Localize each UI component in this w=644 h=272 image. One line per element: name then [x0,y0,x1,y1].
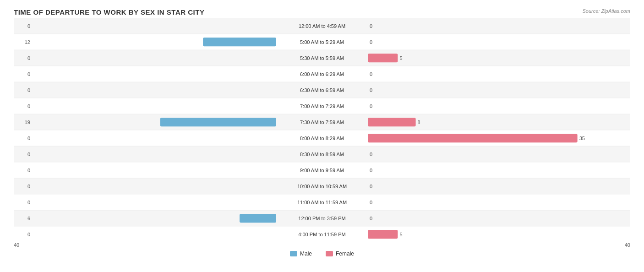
svg-text:12:00 AM to 4:59 AM: 12:00 AM to 4:59 AM [299,23,345,29]
svg-text:0: 0 [27,136,30,141]
svg-rect-33 [368,134,578,142]
legend-male-label: Male [300,250,312,257]
svg-text:0: 0 [27,200,30,205]
svg-text:12:00 PM to 3:59 PM: 12:00 PM to 3:59 PM [298,216,345,221]
svg-text:0: 0 [370,200,372,205]
svg-text:0: 0 [370,168,372,173]
svg-text:0: 0 [27,184,30,189]
svg-rect-5 [203,38,276,46]
svg-rect-54 [240,214,276,223]
svg-text:0: 0 [27,71,30,77]
svg-text:0: 0 [370,152,372,157]
svg-rect-27 [160,118,276,126]
svg-text:0: 0 [27,103,30,109]
svg-text:8: 8 [418,120,420,125]
legend-male-icon [290,251,297,256]
svg-text:0: 0 [370,87,372,93]
svg-text:9:00 AM to 9:59 AM: 9:00 AM to 9:59 AM [300,168,344,173]
chart-svg: 12:00 AM to 4:59 AM005:00 AM to 5:29 AM1… [14,18,630,242]
chart-container: TIME OF DEPARTURE TO WORK BY SEX IN STAR… [0,0,644,272]
svg-rect-10 [368,54,398,62]
legend-female-label: Female [336,250,354,257]
svg-rect-28 [368,118,416,126]
svg-text:0: 0 [370,39,372,45]
svg-text:0: 0 [27,152,30,157]
x-axis-area: 40 40 [14,242,630,248]
svg-text:6: 6 [27,216,30,221]
legend: Male Female [14,250,630,257]
chart-area: 12:00 AM to 4:59 AM005:00 AM to 5:29 AM1… [14,18,630,251]
svg-text:12: 12 [25,39,30,45]
svg-text:4:00 PM to 11:59 PM: 4:00 PM to 11:59 PM [298,232,345,237]
svg-text:0: 0 [27,55,30,61]
svg-text:5:00 AM to 5:29 AM: 5:00 AM to 5:29 AM [300,39,344,45]
svg-text:0: 0 [370,184,372,189]
svg-text:8:00 AM to 8:29 AM: 8:00 AM to 8:29 AM [300,136,344,141]
svg-text:0: 0 [370,23,372,29]
x-axis-right: 40 [625,242,630,248]
svg-text:0: 0 [27,232,30,237]
svg-text:6:00 AM to 6:29 AM: 6:00 AM to 6:29 AM [300,71,344,77]
legend-male: Male [290,250,312,257]
legend-female: Female [326,250,354,257]
svg-text:5:30 AM to 5:59 AM: 5:30 AM to 5:59 AM [300,55,344,61]
svg-text:0: 0 [27,23,30,29]
svg-text:0: 0 [27,87,30,93]
svg-text:7:00 AM to 7:29 AM: 7:00 AM to 7:29 AM [300,103,344,109]
svg-text:5: 5 [399,55,402,61]
svg-rect-59 [368,230,398,239]
svg-text:0: 0 [370,216,372,221]
svg-text:19: 19 [25,120,30,125]
svg-text:11:00 AM to 11:59 AM: 11:00 AM to 11:59 AM [297,200,347,205]
svg-text:7:30 AM to 7:59 AM: 7:30 AM to 7:59 AM [300,120,344,125]
x-axis-left: 40 [14,242,19,248]
svg-text:8:30 AM to 8:59 AM: 8:30 AM to 8:59 AM [300,152,344,157]
legend-female-icon [326,251,333,256]
svg-text:0: 0 [370,103,372,109]
svg-text:5: 5 [399,232,402,237]
svg-text:10:00 AM to 10:59 AM: 10:00 AM to 10:59 AM [297,184,347,189]
svg-text:35: 35 [579,136,585,141]
svg-text:0: 0 [370,71,372,77]
svg-text:0: 0 [27,168,30,173]
svg-text:6:30 AM to 6:59 AM: 6:30 AM to 6:59 AM [300,87,344,93]
source-text: Source: ZipAtlas.com [582,8,630,14]
chart-title: TIME OF DEPARTURE TO WORK BY SEX IN STAR… [14,8,630,16]
